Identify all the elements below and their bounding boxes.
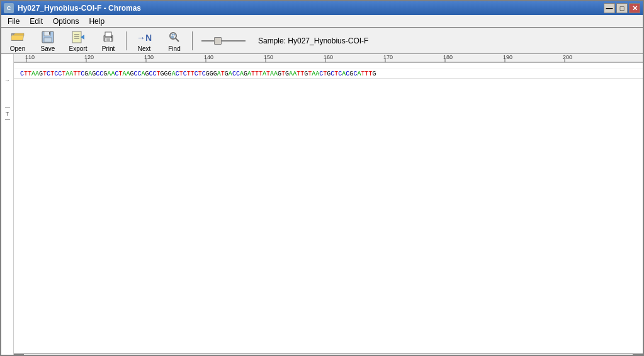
svg-text:190: 190 [503, 54, 512, 60]
zoom-slider[interactable] [201, 40, 246, 42]
sequence-display: CTTAAGTCTCCTAATTCGAGCCGAACTAAGCCAGCCTGGG… [14, 69, 643, 79]
scroll-left-button[interactable]: ◄ [14, 354, 24, 355]
save-label: Save [41, 45, 55, 52]
svg-text:180: 180 [443, 54, 453, 60]
next-label: Next [138, 45, 151, 52]
chromatogram-view: 110 120 130 140 150 160 [14, 54, 643, 355]
horizontal-scrollbar[interactable]: ◄ ► [14, 353, 643, 355]
toolbar: Open Save [1, 28, 643, 54]
ruler-tick-2 [5, 120, 10, 120]
left-ruler: ↑ T [1, 54, 14, 355]
svg-text:120: 120 [84, 54, 94, 60]
menu-bar: File Edit Options Help [1, 15, 643, 28]
chromatogram-trace [14, 79, 643, 353]
trace-area [14, 79, 643, 353]
slider-thumb[interactable] [214, 37, 222, 45]
svg-text:170: 170 [383, 54, 393, 60]
svg-rect-15 [105, 38, 111, 42]
svg-text:140: 140 [204, 54, 213, 60]
maximize-button[interactable]: □ [616, 3, 628, 13]
main-content: ↑ T 110 120 130 [1, 54, 643, 355]
svg-point-23 [172, 33, 174, 35]
window-controls: — □ ✕ [604, 3, 640, 13]
scroll-right-button[interactable]: ► [633, 354, 643, 355]
ruler-value: T [6, 111, 9, 117]
next-icon: →N [137, 30, 152, 45]
svg-text:→N: →N [137, 33, 152, 43]
open-button[interactable]: Open [4, 30, 31, 52]
svg-point-25 [174, 33, 176, 35]
position-ruler-svg: 110 120 130 140 150 160 [14, 54, 643, 63]
export-label: Export [69, 45, 88, 52]
svg-text:150: 150 [264, 54, 273, 60]
menu-file[interactable]: File [3, 16, 25, 27]
svg-point-18 [111, 36, 112, 38]
print-icon [101, 30, 116, 45]
find-button[interactable]: Find [161, 30, 188, 52]
svg-text:130: 130 [144, 54, 154, 60]
toolbar-separator [126, 31, 127, 50]
svg-rect-48 [14, 79, 643, 353]
title-bar: C Hy027_Hynobius-COI-F - Chromas — □ ✕ [1, 1, 643, 15]
close-button[interactable]: ✕ [629, 3, 640, 13]
svg-rect-8 [72, 31, 81, 43]
menu-help[interactable]: Help [84, 16, 110, 27]
save-button[interactable]: Save [34, 30, 62, 52]
open-label: Open [10, 45, 25, 52]
menu-options[interactable]: Options [48, 16, 84, 27]
app-icon: C [4, 3, 14, 13]
minimize-button[interactable]: — [604, 3, 615, 13]
menu-edit[interactable]: Edit [25, 16, 48, 27]
toolbar-separator-2 [192, 31, 193, 50]
color-squares-row: (function() { const seq = "CTTAAGTCTCCTA… [14, 63, 643, 69]
print-button[interactable]: Print [94, 30, 122, 52]
next-button[interactable]: →N Next [130, 30, 158, 52]
svg-text:200: 200 [563, 54, 572, 60]
main-window: C Hy027_Hynobius-COI-F - Chromas — □ ✕ F… [0, 0, 644, 356]
export-icon [71, 30, 86, 45]
find-icon [167, 30, 182, 45]
svg-text:110: 110 [25, 54, 35, 60]
sample-label: Sample: Hy027_Hynobius-COI-F [258, 36, 368, 45]
color-squares-svg: (function() { const seq = "CTTAAGTCTCCTA… [14, 64, 643, 69]
window-title: Hy027_Hynobius-COI-F - Chromas [18, 4, 141, 13]
save-icon [40, 30, 55, 45]
svg-text:160: 160 [324, 54, 333, 60]
ruler-tick-1 [5, 108, 10, 108]
svg-rect-7 [49, 32, 50, 35]
print-label: Print [102, 45, 115, 52]
svg-rect-14 [105, 32, 111, 36]
ruler-label: ↑ [4, 79, 11, 82]
svg-point-24 [171, 36, 174, 38]
export-button[interactable]: Export [64, 30, 92, 52]
position-ruler: 110 120 130 140 150 160 [14, 54, 643, 63]
svg-line-22 [176, 38, 179, 42]
svg-rect-6 [44, 38, 52, 42]
open-icon [10, 30, 25, 45]
find-label: Find [168, 45, 180, 52]
slider-track [201, 40, 246, 42]
